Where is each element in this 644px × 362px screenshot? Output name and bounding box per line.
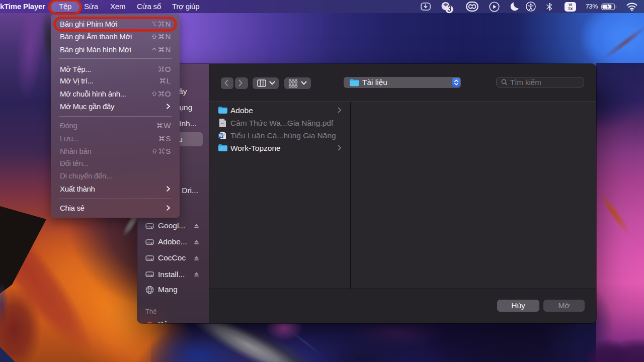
svg-text:TX: TX [568,7,573,11]
svg-text:W: W [219,133,223,138]
